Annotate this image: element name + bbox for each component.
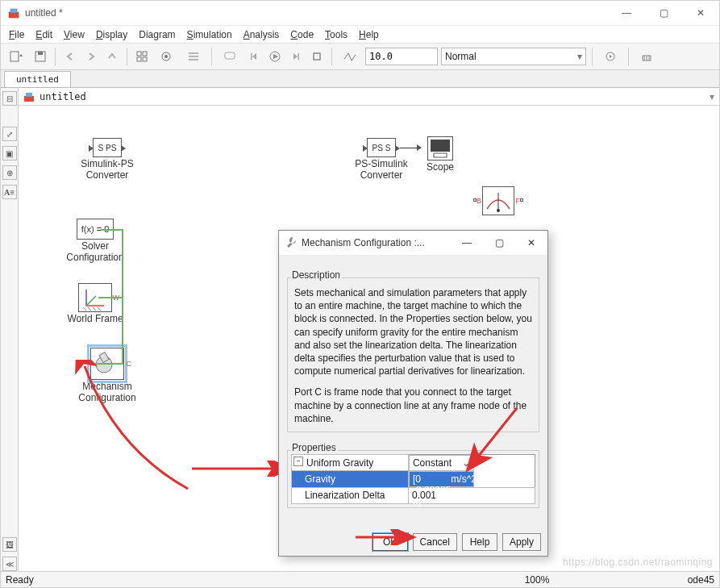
model-tab-bar: untitled [1,70,719,88]
model-config-button[interactable] [154,48,178,65]
block-world-frame[interactable]: W World Frame [63,283,127,325]
signal-line [400,148,418,148]
description-text-2: Port C is frame node that you connect to… [294,386,532,425]
block-simulink-ps-converter[interactable]: S PS Simulink-PS Converter [79,138,135,181]
dialog-title: Mechanism Configuration :... [302,237,451,248]
fast-restart-button[interactable] [598,48,622,65]
model-icon [23,91,35,102]
info-button[interactable]: ≪ [2,557,17,571]
physical-line [98,297,123,298]
app-window: untitled * — ▢ ✕ File Edit View Display … [0,0,720,588]
svg-rect-15 [251,53,252,60]
hide-nav-button[interactable]: ⊟ [2,91,17,106]
properties-box: −Uniform Gravity Constant⌄ Gravity [0 -9… [287,450,539,508]
physical-line [91,363,123,365]
title-bar: untitled * — ▢ ✕ [1,1,719,25]
separator [331,48,332,65]
block-mechanism-configuration[interactable]: C Mechanism Configuration [55,348,160,404]
description-text-1: Sets mechanical and simulation parameter… [294,286,532,377]
simulation-mode-select[interactable]: Normal▾ [441,48,586,65]
zoom-button[interactable]: ⊕ [2,165,17,180]
window-title: untitled * [25,7,608,19]
status-ready: Ready [6,574,456,586]
forward-button[interactable] [82,48,100,65]
stop-time-input[interactable] [365,48,438,65]
dialog-minimize-button[interactable]: — [451,231,483,255]
menu-display[interactable]: Display [91,27,132,42]
breadcrumb-text[interactable]: untitled [40,91,86,102]
minimize-button[interactable]: — [608,1,645,25]
status-bar: Ready 100% ode45 [1,571,719,587]
description-label: Description [290,269,342,281]
close-button[interactable]: ✕ [682,1,719,25]
block-solver-configuration[interactable]: f(x) = 0 Solver Configuration [63,219,127,264]
apply-button[interactable]: Apply [502,533,541,551]
fit-to-view-button[interactable]: ▣ [2,146,17,161]
dialog-close-button[interactable]: ✕ [515,231,547,255]
menu-simulation[interactable]: Simulation [182,27,237,42]
maximize-button[interactable]: ▢ [645,1,682,25]
collapse-icon[interactable]: − [293,457,303,466]
menu-file[interactable]: File [4,27,29,42]
menu-diagram[interactable]: Diagram [134,27,180,42]
up-button[interactable] [103,48,121,65]
comment-button[interactable] [218,48,242,65]
menu-help[interactable]: Help [354,27,384,42]
save-button[interactable] [31,48,49,65]
menu-analysis[interactable]: Analysis [239,27,285,42]
status-zoom: 100% [456,574,618,586]
block-label: Simulink-PS Converter [79,159,135,181]
annotation-button[interactable]: A≡ [2,185,17,199]
description-box: Sets mechanical and simulation parameter… [287,277,539,432]
run-button[interactable] [266,48,284,65]
block-label: Scope [420,162,460,173]
ok-button[interactable]: OK [372,533,408,551]
block-scope[interactable]: Scope [420,136,460,173]
step-forward-button[interactable] [287,48,305,65]
separator [628,48,629,65]
block-label: Mechanism Configuration [55,382,160,404]
zoom-fit-button[interactable]: ⤢ [2,127,17,141]
dialog-maximize-button[interactable]: ▢ [483,231,515,255]
block-label: PS-Simulink Converter [353,159,410,181]
wrench-icon [285,236,297,250]
library-browser-button[interactable] [133,48,151,65]
menu-edit[interactable]: Edit [31,27,57,42]
toolbar: Normal▾ [1,43,719,70]
svg-rect-2 [10,52,19,61]
dropdown-icon[interactable]: ⌄ [462,457,470,469]
svg-point-29 [497,209,500,212]
status-solver: ode45 [618,574,714,586]
svg-rect-5 [137,52,141,56]
separator [211,48,212,65]
step-back-button[interactable] [245,48,263,65]
menu-code[interactable]: Code [285,27,318,42]
back-button[interactable] [61,48,79,65]
cancel-button[interactable]: Cancel [413,533,457,551]
svg-rect-4 [38,52,43,55]
model-explorer-button[interactable] [181,48,206,65]
svg-rect-24 [24,96,34,102]
svg-rect-7 [137,57,141,61]
block-ps-simulink-converter[interactable]: PS S PS-Simulink Converter [353,138,410,181]
signal-button[interactable] [338,48,362,65]
stop-button[interactable] [308,48,326,65]
svg-rect-1 [10,9,17,13]
separator [127,48,127,65]
build-button[interactable] [635,48,659,65]
menu-view[interactable]: View [59,27,89,42]
image-button[interactable]: 🖼 [2,537,17,552]
svg-rect-25 [26,93,32,97]
svg-rect-8 [143,57,147,61]
block-revolute-joint[interactable]: B F [474,186,522,217]
mechanism-configuration-dialog: Mechanism Configuration :... — ▢ ✕ Descr… [278,230,548,557]
new-model-button[interactable] [4,48,28,65]
help-button[interactable]: Help [462,533,497,551]
model-tab[interactable]: untitled [4,71,71,87]
prop-row-uniform-gravity[interactable]: −Uniform Gravity Constant⌄ [292,454,535,471]
prop-row-gravity[interactable]: Gravity [0 -9.80665 0]m/s^2 ⌄ [292,471,535,488]
breadcrumb-expand-icon[interactable]: ▾ [710,91,714,102]
dialog-title-bar[interactable]: Mechanism Configuration :... — ▢ ✕ [279,231,547,255]
menu-tools[interactable]: Tools [320,27,352,42]
separator [55,48,56,65]
